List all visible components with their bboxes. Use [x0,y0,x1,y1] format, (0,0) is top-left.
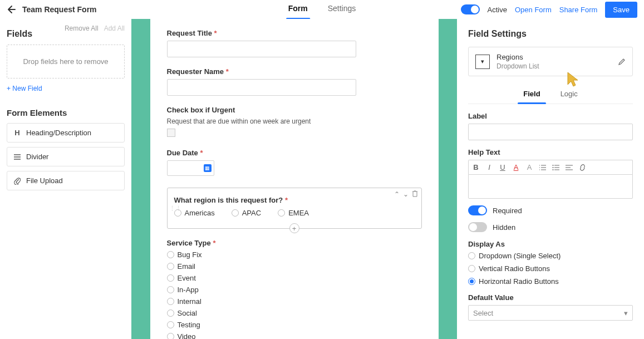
heading-icon: H [13,129,22,137]
field-name: Regions [496,53,539,61]
requester-name-label: Requester Name [167,67,224,76]
service-option[interactable]: In-App [167,286,422,294]
required-star: * [226,67,229,76]
page-title: Team Request Form [22,5,97,14]
required-star: * [285,196,288,204]
form-canvas[interactable]: Request Title * Requester Name * Check b… [150,19,439,339]
align-icon[interactable] [566,164,573,171]
divider-icon [13,154,22,160]
requester-name-input[interactable] [167,79,356,96]
add-field-below-button[interactable]: + [289,223,299,233]
rte-toolbar: B I U A A [468,160,633,174]
highlight-icon[interactable]: A [525,163,533,171]
element-file-upload-label: File Upload [26,176,63,185]
request-title-input[interactable] [167,41,356,57]
expand-icon[interactable]: ⌄ [403,190,409,198]
save-button[interactable]: Save [605,2,637,18]
italic-icon[interactable]: I [485,163,493,171]
drag-handle-icon[interactable]: ⋮⋮ [169,205,181,212]
calendar-icon: ▦ [204,164,212,172]
required-label: Required [493,207,522,215]
chevron-down-icon: ▾ [624,309,628,317]
remove-dropzone[interactable]: Drop fields here to remove [7,45,125,78]
back-icon[interactable] [7,4,17,14]
hidden-label: Hidden [493,223,515,232]
required-star: * [214,29,217,37]
service-type-label: Service Type [167,239,211,247]
remove-all-link[interactable]: Remove All [65,24,99,32]
bold-icon[interactable]: B [472,163,480,171]
share-form-link[interactable]: Share Form [559,6,598,14]
request-title-label: Request Title [167,29,212,37]
tab-settings[interactable]: Settings [326,1,358,18]
collapse-icon[interactable]: ⌃ [394,190,400,198]
service-option[interactable]: Video [167,332,422,339]
unordered-list-icon[interactable] [552,164,560,171]
form-elements-heading: Form Elements [7,108,125,117]
panel-tab-field[interactable]: Field [521,86,542,104]
label-heading: Label [468,112,633,120]
default-value-heading: Default Value [468,293,633,302]
edit-icon[interactable] [618,58,626,66]
required-toggle[interactable] [468,205,487,215]
svg-point-0 [553,165,554,166]
element-heading[interactable]: H Heading/Description [7,123,125,143]
due-date-input[interactable]: ▦ [167,160,214,176]
service-option[interactable]: Event [167,274,422,282]
service-option[interactable]: Social [167,309,422,317]
new-field-link[interactable]: + New Field [7,85,42,92]
region-field-block[interactable]: ⋮⋮ ⌃ ⌄ What region is this request for? … [167,188,422,229]
service-option[interactable]: Bug Fix [167,250,422,259]
ordered-list-icon[interactable] [539,164,547,171]
region-option-emea[interactable]: EMEA [278,209,309,217]
service-option[interactable]: Email [167,262,422,271]
label-input[interactable] [468,124,633,140]
due-date-label: Due Date [167,149,198,157]
display-as-heading: Display As [468,240,633,248]
dropdown-field-icon: ▾ [475,55,490,69]
panel-tab-logic[interactable]: Logic [558,86,580,104]
display-option-dropdown[interactable]: Dropdown (Single Select) [468,252,633,260]
hidden-toggle[interactable] [468,222,487,232]
active-toggle-label: Active [488,6,507,14]
element-heading-label: Heading/Description [26,129,91,137]
help-text-editor[interactable] [468,174,633,199]
urgent-label: Check box if Urgent [167,106,422,114]
svg-point-1 [553,167,554,168]
underline-icon[interactable]: U [499,163,507,171]
region-label: What region is this request for? [174,196,283,204]
required-star: * [200,149,203,157]
help-text-heading: Help Text [468,148,633,156]
add-all-link[interactable]: Add All [104,24,125,32]
service-option[interactable]: Testing [167,321,422,329]
default-value-select[interactable]: Select ▾ [468,305,633,321]
element-file-upload[interactable]: File Upload [7,171,125,190]
display-option-vertical[interactable]: Vertical Radio Buttons [468,264,633,273]
display-option-horizontal[interactable]: Horizontal Radio Buttons [468,277,633,286]
trash-icon[interactable] [412,190,418,198]
default-value-placeholder: Select [473,309,493,317]
urgent-checkbox[interactable] [167,129,175,137]
text-color-icon[interactable]: A [512,163,520,171]
urgent-help: Request that are due within one week are… [167,117,422,125]
field-summary-card: ▾ Regions Dropdown List [468,47,633,76]
tab-form[interactable]: Form [286,1,310,18]
service-option[interactable]: Internal [167,297,422,306]
active-toggle[interactable] [461,4,480,14]
link-icon[interactable] [579,164,587,171]
field-type: Dropdown List [496,62,539,70]
field-settings-heading: Field Settings [468,29,633,39]
clip-icon [13,177,22,185]
open-form-link[interactable]: Open Form [515,6,552,14]
element-divider-label: Divider [26,153,48,161]
region-option-apac[interactable]: APAC [232,209,261,217]
required-star: * [213,239,215,247]
element-divider[interactable]: Divider [7,147,125,166]
svg-point-2 [553,169,554,170]
